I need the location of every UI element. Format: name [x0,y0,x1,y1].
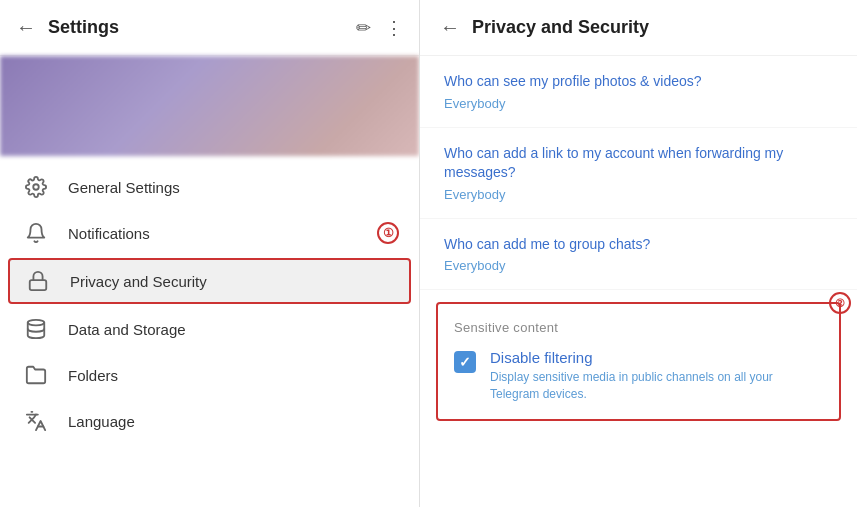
disable-filtering-description: Display sensitive media in public channe… [490,369,823,403]
left-panel-title: Settings [48,17,356,38]
right-panel: ← Privacy and Security Who can see my pr… [420,0,857,507]
sidebar-item-folders[interactable]: Folders [0,352,419,398]
general-settings-label: General Settings [68,179,399,196]
sidebar-item-privacy[interactable]: Privacy and Security [8,258,411,304]
annotation-2: ② [829,292,851,314]
folder-icon [20,364,52,386]
right-back-button[interactable]: ← [440,16,460,39]
sensitive-content-title: Sensitive content [454,320,823,335]
data-storage-label: Data and Storage [68,321,399,338]
right-panel-title: Privacy and Security [472,17,649,38]
setting-value-photos: Everybody [444,96,833,111]
privacy-security-label: Privacy and Security [70,273,397,290]
svg-point-2 [28,320,45,326]
setting-item-forwarding[interactable]: Who can add a link to my account when fo… [420,128,857,219]
sidebar-item-general[interactable]: General Settings [0,164,419,210]
gear-icon [20,176,52,198]
setting-item-photos[interactable]: Who can see my profile photos & videos? … [420,56,857,128]
svg-point-0 [33,184,39,190]
left-header-icons: ✏ ⋮ [356,17,403,39]
setting-value-groups: Everybody [444,258,833,273]
left-back-button[interactable]: ← [16,16,36,39]
left-panel: ← Settings ✏ ⋮ General Settings [0,0,420,507]
setting-item-groups[interactable]: Who can add me to group chats? Everybody [420,219,857,291]
language-icon [20,410,52,432]
setting-value-forwarding: Everybody [444,187,833,202]
sidebar-item-data[interactable]: Data and Storage [0,306,419,352]
left-header: ← Settings ✏ ⋮ [0,0,419,56]
disable-filtering-checkbox[interactable]: ✓ [454,351,476,373]
database-icon [20,318,52,340]
notifications-label: Notifications [68,225,377,242]
notifications-badge: ① [377,222,399,244]
edit-icon[interactable]: ✏ [356,17,371,39]
setting-question-groups: Who can add me to group chats? [444,235,833,255]
disable-filtering-label: Disable filtering [490,349,823,366]
sidebar-item-language[interactable]: Language [0,398,419,444]
sensitive-content-section: ② Sensitive content ✓ Disable filtering … [436,302,841,421]
checkmark-icon: ✓ [459,354,471,370]
lock-icon [22,270,54,292]
more-icon[interactable]: ⋮ [385,17,403,39]
setting-question-forwarding: Who can add a link to my account when fo… [444,144,833,183]
nav-list: General Settings Notifications ① Privacy… [0,156,419,507]
language-label: Language [68,413,399,430]
profile-banner [0,56,419,156]
setting-question-photos: Who can see my profile photos & videos? [444,72,833,92]
right-header: ← Privacy and Security [420,0,857,56]
folders-label: Folders [68,367,399,384]
sensitive-item-disable-filtering[interactable]: ✓ Disable filtering Display sensitive me… [454,349,823,403]
bell-icon [20,222,52,244]
sidebar-item-notifications[interactable]: Notifications ① [0,210,419,256]
right-content: Who can see my profile photos & videos? … [420,56,857,507]
svg-rect-1 [30,280,47,290]
sensitive-item-text: Disable filtering Display sensitive medi… [490,349,823,403]
